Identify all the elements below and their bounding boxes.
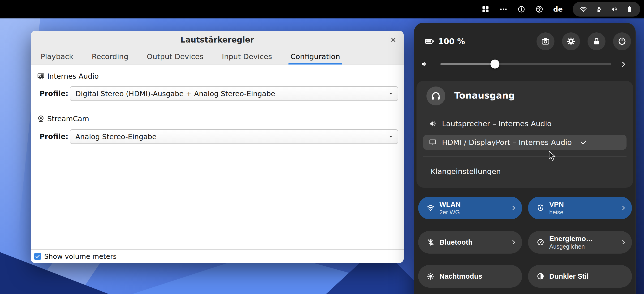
dark-style-toggle[interactable]: Dunkler Stil xyxy=(528,265,632,288)
battery-icon xyxy=(626,6,633,13)
volume-control-window: Lautstärkeregler Playback Recording Outp… xyxy=(31,31,404,263)
accessibility-icon xyxy=(535,5,543,13)
microphone-icon xyxy=(595,6,602,13)
night-light-toggle[interactable]: Nachtmodus xyxy=(418,265,522,288)
toggle-title: Bluetooth xyxy=(440,238,472,246)
device-name: StreamCam xyxy=(47,114,89,123)
system-status-menu[interactable] xyxy=(573,2,640,16)
gear-icon xyxy=(566,37,576,46)
bluetooth-toggle[interactable]: Bluetooth xyxy=(418,231,522,254)
chevron-down-icon xyxy=(388,133,394,140)
chevron-right-icon[interactable] xyxy=(620,205,627,211)
speaker-icon xyxy=(429,120,437,128)
camera-icon xyxy=(541,37,550,46)
profile-value: Digital Stereo (HDMI)-Ausgabe + Analog S… xyxy=(70,90,388,98)
power-profile-toggle[interactable]: Energiemo… Ausgeglichen xyxy=(528,231,632,254)
checkmark-icon xyxy=(580,139,587,146)
checkmark-icon xyxy=(35,254,40,259)
chevron-right-icon[interactable] xyxy=(510,239,517,246)
dark-style-icon xyxy=(536,272,544,280)
vpn-icon xyxy=(536,204,544,212)
headphones-icon xyxy=(430,90,441,102)
output-option-label: HDMI / DisplayPort – Internes Audio xyxy=(442,138,572,146)
profile-dropdown-streamcam[interactable]: Analog Stereo-Eingabe xyxy=(70,129,398,144)
tab-configuration[interactable]: Configuration xyxy=(290,49,340,64)
output-option-label: Lautsprecher – Internes Audio xyxy=(442,119,552,128)
sound-settings-label: Klangeinstellungen xyxy=(431,167,501,176)
status-circle-icon xyxy=(517,5,526,13)
output-section-title: Tonausgang xyxy=(454,90,515,101)
tab-playback[interactable]: Playback xyxy=(41,49,73,64)
quick-settings-header-buttons xyxy=(536,32,631,50)
webcam-icon xyxy=(37,114,45,123)
screenshot-button[interactable] xyxy=(536,32,554,50)
headphones-avatar xyxy=(426,86,445,106)
night-light-icon xyxy=(427,272,435,280)
volume-low-icon xyxy=(420,60,429,68)
slider-fill xyxy=(440,63,495,65)
output-option-speakers[interactable]: Lautsprecher – Internes Audio xyxy=(423,116,626,131)
slider-trough[interactable] xyxy=(440,63,611,65)
device-name: Internes Audio xyxy=(47,72,99,80)
tab-output-devices[interactable]: Output Devices xyxy=(147,49,204,64)
toggle-title: Dunkler Stil xyxy=(549,272,589,280)
app-grid-button[interactable] xyxy=(482,5,490,13)
lock-button[interactable] xyxy=(588,32,606,50)
monitor-icon xyxy=(429,138,437,146)
profile-row: Profile: Digital Stereo (HDMI)-Ausgabe +… xyxy=(31,86,404,101)
profile-row: Profile: Analog Stereo-Eingabe xyxy=(31,129,404,144)
accessibility-menu-button[interactable] xyxy=(535,5,543,13)
vpn-toggle[interactable]: VPN heise xyxy=(528,197,632,219)
toggle-subtitle: 2er WG xyxy=(440,209,461,216)
more-menu-button[interactable] xyxy=(500,5,508,13)
chevron-right-icon[interactable] xyxy=(510,205,517,211)
status-indicator-button[interactable] xyxy=(517,5,526,13)
bluetooth-off-icon xyxy=(427,238,435,246)
top-bar: de xyxy=(0,0,644,18)
sound-card-icon xyxy=(37,72,45,80)
wifi-icon xyxy=(580,6,587,13)
volume-icon xyxy=(610,6,618,13)
toggle-title: VPN xyxy=(549,200,564,208)
battery-icon xyxy=(424,36,434,46)
chevron-down-icon xyxy=(388,90,394,97)
power-profile-icon xyxy=(536,238,544,246)
toggle-title: Nachtmodus xyxy=(440,272,482,280)
profile-value: Analog Stereo-Eingabe xyxy=(70,132,388,141)
close-button[interactable] xyxy=(388,35,398,45)
volume-slider[interactable] xyxy=(440,57,611,71)
settings-button[interactable] xyxy=(562,32,580,50)
show-volume-meters-checkbox[interactable] xyxy=(34,253,41,260)
tab-input-devices[interactable]: Input Devices xyxy=(222,49,272,64)
tab-bar: Playback Recording Output Devices Input … xyxy=(31,49,404,64)
power-icon xyxy=(618,37,626,46)
profile-label: Profile: xyxy=(40,86,68,101)
chevron-right-icon xyxy=(620,60,628,68)
quick-settings-panel: 100 % xyxy=(414,23,636,294)
toggle-title: WLAN xyxy=(440,200,461,208)
app-grid-icon xyxy=(482,5,490,13)
close-icon xyxy=(390,36,397,44)
toggle-subtitle: heise xyxy=(549,209,564,216)
power-button[interactable] xyxy=(613,32,631,50)
window-footer: Show volume meters xyxy=(31,249,404,263)
battery-percent: 100 % xyxy=(438,37,465,46)
top-bar-right: de xyxy=(482,0,640,18)
keyboard-layout-indicator[interactable]: de xyxy=(553,5,563,13)
profile-dropdown-internal-audio[interactable]: Digital Stereo (HDMI)-Ausgabe + Analog S… xyxy=(70,86,398,101)
slider-knob[interactable] xyxy=(490,60,500,68)
mouse-cursor xyxy=(547,150,558,162)
wifi-toggle[interactable]: WLAN 2er WG xyxy=(418,197,522,219)
toggle-title: Energiemo… xyxy=(549,235,593,243)
tab-recording[interactable]: Recording xyxy=(92,49,128,64)
chevron-right-icon[interactable] xyxy=(620,239,627,246)
sound-settings-link[interactable]: Klangeinstellungen xyxy=(423,164,626,179)
battery-status: 100 % xyxy=(424,32,465,50)
volume-expand-button[interactable] xyxy=(617,58,630,70)
show-volume-meters-label: Show volume meters xyxy=(44,252,116,260)
output-option-hdmi[interactable]: HDMI / DisplayPort – Internes Audio xyxy=(423,135,626,150)
wifi-icon xyxy=(427,204,435,212)
device-row-streamcam: StreamCam xyxy=(37,114,89,124)
toggle-subtitle: Ausgeglichen xyxy=(549,243,593,250)
window-title: Lautstärkeregler xyxy=(31,31,404,49)
